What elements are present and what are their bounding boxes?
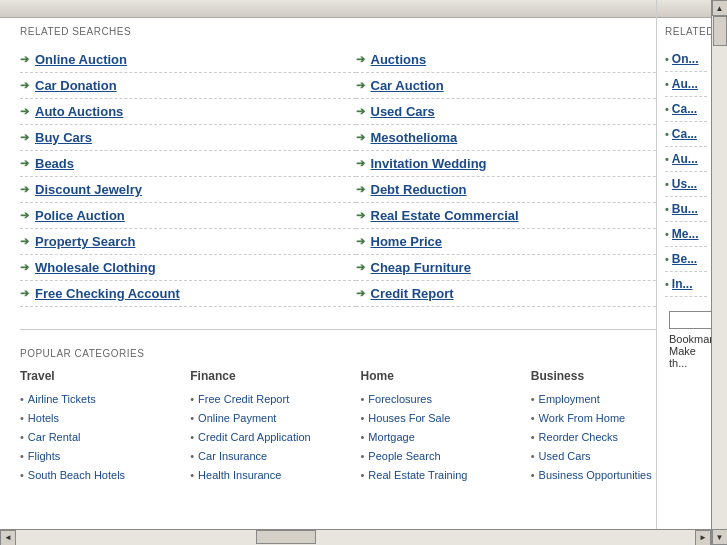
right-panel-link[interactable]: Au... — [672, 77, 698, 91]
search-link[interactable]: Discount Jewelry — [35, 182, 142, 197]
search-arrow-icon: ➔ — [356, 209, 365, 222]
search-arrow-icon: ➔ — [20, 235, 29, 248]
right-panel-link[interactable]: Me... — [672, 227, 699, 241]
right-panel-link[interactable]: Ca... — [672, 127, 697, 141]
list-item: Foreclosures — [361, 389, 521, 408]
search-link[interactable]: Online Auction — [35, 52, 127, 67]
list-item: People Search — [361, 446, 521, 465]
category-link[interactable]: Hotels — [28, 412, 59, 424]
search-arrow-icon: ➔ — [356, 79, 365, 92]
category-list: Free Credit ReportOnline PaymentCredit C… — [190, 389, 350, 484]
list-item: Real Estate Training — [361, 465, 521, 484]
category-link[interactable]: Reorder Checks — [539, 431, 618, 443]
scroll-h-thumb[interactable] — [256, 530, 316, 544]
search-link[interactable]: Used Cars — [371, 104, 435, 119]
right-panel-link[interactable]: In... — [672, 277, 693, 291]
search-link[interactable]: Home Price — [371, 234, 443, 249]
category-heading: Travel — [20, 369, 180, 383]
search-arrow-icon: ➔ — [356, 287, 365, 300]
search-arrow-icon: ➔ — [356, 261, 365, 274]
right-panel-link[interactable]: Us... — [672, 177, 697, 191]
search-link[interactable]: Real Estate Commercial — [371, 208, 519, 223]
right-panel-link[interactable]: Be... — [672, 252, 697, 266]
scroll-left-button[interactable]: ◄ — [0, 530, 16, 546]
search-link[interactable]: Cheap Furniture — [371, 260, 471, 275]
search-item: ➔Free Checking Account — [20, 281, 356, 307]
list-item: Credit Card Application — [190, 427, 350, 446]
list-item: Car Insurance — [190, 446, 350, 465]
search-item: ➔Police Auction — [20, 203, 356, 229]
category-link[interactable]: Health Insurance — [198, 469, 281, 481]
right-panel-arrow-icon: • — [665, 78, 669, 90]
category-link[interactable]: People Search — [368, 450, 440, 462]
category-link[interactable]: Business Opportunities — [539, 469, 652, 481]
category-link[interactable]: Airline Tickets — [28, 393, 96, 405]
search-arrow-icon: ➔ — [20, 209, 29, 222]
category-heading: Home — [361, 369, 521, 383]
search-link[interactable]: Auctions — [371, 52, 427, 67]
search-item: ➔Wholesale Clothing — [20, 255, 356, 281]
section-divider — [20, 329, 691, 330]
search-link[interactable]: Police Auction — [35, 208, 125, 223]
list-item: Health Insurance — [190, 465, 350, 484]
category-link[interactable]: Credit Card Application — [198, 431, 311, 443]
category-link[interactable]: Used Cars — [539, 450, 591, 462]
category-list: ForeclosuresHouses For SaleMortgagePeopl… — [361, 389, 521, 484]
search-link[interactable]: Debt Reduction — [371, 182, 467, 197]
scroll-down-button[interactable]: ▼ — [712, 529, 728, 545]
right-panel-item: •Me... — [665, 222, 707, 247]
search-item: ➔Real Estate Commercial — [356, 203, 692, 229]
scroll-thumb[interactable] — [713, 16, 727, 46]
right-panel-link[interactable]: Ca... — [672, 102, 697, 116]
search-link[interactable]: Buy Cars — [35, 130, 92, 145]
right-panel-item: •Ca... — [665, 122, 707, 147]
category-link[interactable]: Foreclosures — [368, 393, 432, 405]
category-link[interactable]: Mortgage — [368, 431, 414, 443]
search-link[interactable]: Mesothelioma — [371, 130, 458, 145]
search-item: ➔Debt Reduction — [356, 177, 692, 203]
category-link[interactable]: Car Insurance — [198, 450, 267, 462]
search-link[interactable]: Wholesale Clothing — [35, 260, 156, 275]
search-grid: ➔Online Auction➔Auctions➔Car Donation➔Ca… — [20, 47, 691, 307]
search-link[interactable]: Car Auction — [371, 78, 444, 93]
search-link[interactable]: Beads — [35, 156, 74, 171]
category-link[interactable]: South Beach Hotels — [28, 469, 125, 481]
right-panel-arrow-icon: • — [665, 278, 669, 290]
search-link[interactable]: Free Checking Account — [35, 286, 180, 301]
search-link[interactable]: Credit Report — [371, 286, 454, 301]
search-link[interactable]: Invitation Wedding — [371, 156, 487, 171]
vertical-scrollbar[interactable]: ▲ ▼ — [711, 0, 727, 545]
right-panel-top-bar — [657, 0, 711, 18]
category-link[interactable]: Employment — [539, 393, 600, 405]
category-link[interactable]: Free Credit Report — [198, 393, 289, 405]
category-column: FinanceFree Credit ReportOnline PaymentC… — [190, 369, 350, 484]
search-arrow-icon: ➔ — [356, 235, 365, 248]
right-panel-link[interactable]: On... — [672, 52, 699, 66]
scroll-right-button[interactable]: ► — [695, 530, 711, 546]
search-arrow-icon: ➔ — [356, 53, 365, 66]
right-panel-link[interactable]: Bu... — [672, 202, 698, 216]
scroll-up-button[interactable]: ▲ — [712, 0, 728, 16]
list-item: Houses For Sale — [361, 408, 521, 427]
category-link[interactable]: Real Estate Training — [368, 469, 467, 481]
category-link[interactable]: Online Payment — [198, 412, 276, 424]
bookmark-input[interactable] — [669, 311, 711, 329]
search-item: ➔Auctions — [356, 47, 692, 73]
search-arrow-icon: ➔ — [20, 157, 29, 170]
search-item: ➔Beads — [20, 151, 356, 177]
category-link[interactable]: Flights — [28, 450, 60, 462]
right-panel-arrow-icon: • — [665, 153, 669, 165]
category-list: Airline TicketsHotelsCar RentalFlightsSo… — [20, 389, 180, 484]
category-link[interactable]: Car Rental — [28, 431, 81, 443]
horizontal-scrollbar[interactable]: ◄ ► — [0, 529, 711, 545]
category-link[interactable]: Work From Home — [539, 412, 626, 424]
search-link[interactable]: Auto Auctions — [35, 104, 123, 119]
right-panel-link[interactable]: Au... — [672, 152, 698, 166]
bookmark-label1: Bookmark — [669, 333, 703, 345]
search-item: ➔Property Search — [20, 229, 356, 255]
search-link[interactable]: Property Search — [35, 234, 135, 249]
search-link[interactable]: Car Donation — [35, 78, 117, 93]
category-link[interactable]: Houses For Sale — [368, 412, 450, 424]
right-panel-item: •Bu... — [665, 197, 707, 222]
main-window: RELATED SEARCHES ➔Online Auction➔Auction… — [0, 0, 727, 545]
